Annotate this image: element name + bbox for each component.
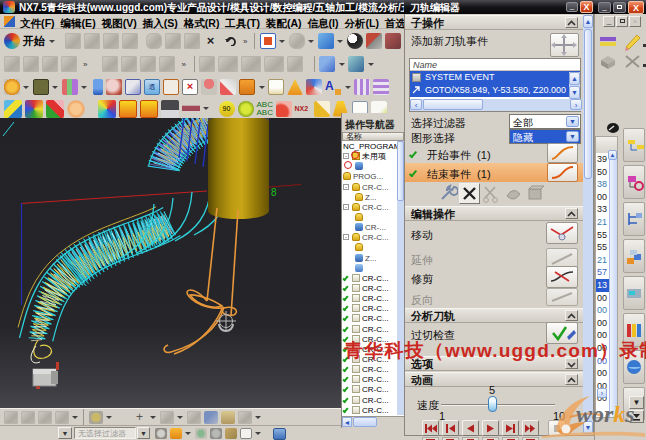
svg-text:8: 8 xyxy=(271,187,277,198)
svg-text:works: works xyxy=(576,401,635,427)
